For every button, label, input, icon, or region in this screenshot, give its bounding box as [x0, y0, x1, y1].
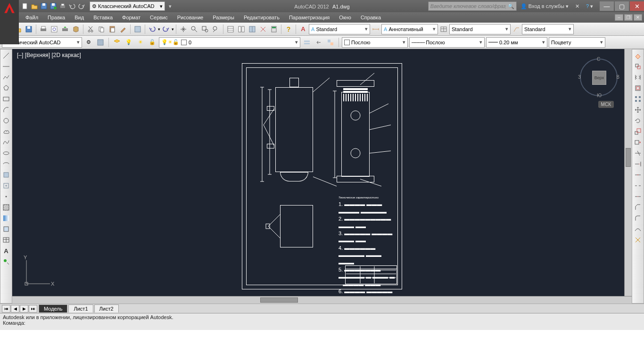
break-icon[interactable]: [633, 181, 643, 191]
layer-states-icon[interactable]: [302, 37, 312, 48]
erase-icon[interactable]: [633, 50, 643, 61]
publish-icon[interactable]: [60, 24, 70, 34]
array-icon[interactable]: [633, 94, 643, 104]
zoom-window-icon[interactable]: [200, 24, 210, 34]
layer-freeze-icon[interactable]: ☀: [135, 37, 146, 48]
scale-icon[interactable]: [633, 126, 643, 137]
layer-match-icon[interactable]: [325, 37, 336, 48]
ellipse-arc-icon[interactable]: [1, 159, 11, 169]
vertical-scrollbar[interactable]: [624, 49, 632, 296]
block-editor-icon[interactable]: [132, 24, 143, 34]
text-style-combo[interactable]: A Standard▾: [309, 24, 370, 34]
viewport-controls[interactable]: [–] [Верхняя] [2D каркас]: [17, 52, 81, 58]
3dprint-icon[interactable]: [71, 24, 81, 34]
line-icon[interactable]: [1, 50, 11, 61]
mdi-minimize-button[interactable]: –: [615, 14, 623, 21]
workspace-save-icon[interactable]: [95, 37, 106, 48]
qat-open-icon[interactable]: [30, 2, 39, 10]
extend-icon[interactable]: [633, 159, 643, 169]
menu-window[interactable]: Окно: [334, 12, 356, 23]
menu-file[interactable]: Файл: [21, 12, 43, 23]
layer-properties-icon[interactable]: <:path d="M2 9l6 3 6-3" fill="none" stro…: [112, 37, 122, 48]
arc-icon[interactable]: [1, 105, 11, 115]
stretch-icon[interactable]: [633, 137, 643, 148]
match-prop-icon[interactable]: [118, 24, 128, 34]
ellipse-icon[interactable]: [1, 148, 11, 158]
viewcube[interactable]: Верх С Ю В З: [580, 58, 618, 96]
exchange-button[interactable]: ✕: [573, 1, 581, 11]
dim-style-icon[interactable]: [371, 24, 381, 34]
qat-undo-icon[interactable]: [68, 2, 76, 10]
tab-model[interactable]: Модель: [39, 304, 67, 313]
rectangle-icon[interactable]: [1, 94, 11, 104]
mdi-restore-button[interactable]: ❐: [624, 14, 633, 21]
command-line[interactable]: Autodesk или в приложении, лицензированн…: [0, 313, 644, 330]
menu-format[interactable]: Формат: [117, 12, 145, 23]
app-menu-button[interactable]: [0, 0, 19, 44]
add-selected-icon[interactable]: [1, 256, 11, 267]
viewcube-face[interactable]: Верх: [592, 71, 606, 85]
tab-last-button[interactable]: ⏭: [29, 305, 37, 313]
layer-lock-icon[interactable]: 🔓: [147, 37, 157, 48]
maximize-button[interactable]: ▢: [615, 1, 629, 11]
sheet-set-icon[interactable]: [236, 24, 247, 34]
help-icon[interactable]: ?: [283, 24, 294, 34]
qat-save-icon[interactable]: [40, 2, 48, 10]
qat-print-icon[interactable]: [58, 2, 67, 10]
horizontal-scrollbar[interactable]: [12, 296, 632, 304]
break-at-point-icon[interactable]: [633, 170, 643, 180]
spline-icon[interactable]: [1, 137, 11, 148]
properties-icon[interactable]: [225, 24, 236, 34]
qat-redo-icon[interactable]: [77, 2, 86, 10]
menu-insert[interactable]: Вставка: [89, 12, 117, 23]
point-icon[interactable]: [1, 191, 11, 202]
help-button[interactable]: ?▾: [584, 1, 595, 11]
circle-icon[interactable]: [1, 115, 11, 126]
redo-dropdown[interactable]: ▾: [172, 27, 174, 32]
blend-icon[interactable]: [633, 224, 643, 234]
qat-dropdown-icon[interactable]: ▾: [166, 2, 174, 10]
explode-icon[interactable]: [633, 235, 643, 245]
infocenter-search[interactable]: 🔍: [428, 1, 517, 11]
layer-combo[interactable]: 💡☀🔓 0▾: [159, 37, 300, 48]
workspace-settings-icon[interactable]: ⚙: [83, 37, 94, 48]
menu-edit[interactable]: Правка: [43, 12, 70, 23]
tab-next-button[interactable]: ▶: [20, 305, 28, 313]
qat-saveas-icon[interactable]: [49, 2, 58, 10]
menu-parametric[interactable]: Параметризация: [284, 12, 334, 23]
rotate-icon[interactable]: [633, 115, 643, 126]
chamfer-icon[interactable]: [633, 202, 643, 213]
menu-view[interactable]: Вид: [70, 12, 89, 23]
menu-dimension[interactable]: Размеры: [208, 12, 239, 23]
search-input[interactable]: [430, 3, 506, 9]
offset-icon[interactable]: [633, 83, 643, 93]
polyline-icon[interactable]: [1, 72, 11, 82]
mdi-close-button[interactable]: ✕: [634, 14, 642, 21]
signin-button[interactable]: 👤 Вход в службы ▾: [519, 1, 570, 11]
tab-first-button[interactable]: ⏮: [2, 305, 10, 313]
text-style-icon[interactable]: A: [298, 24, 308, 34]
fillet-icon[interactable]: [633, 213, 643, 223]
tab-layout2[interactable]: Лист2: [94, 304, 119, 313]
cut-icon[interactable]: [85, 24, 96, 34]
undo-dropdown[interactable]: ▾: [158, 27, 160, 32]
revcloud-icon[interactable]: [1, 126, 11, 137]
copy-icon[interactable]: [96, 24, 107, 34]
layer-on-icon[interactable]: 💡: [124, 37, 134, 48]
layer-previous-icon[interactable]: [314, 37, 324, 48]
search-icon[interactable]: 🔍: [508, 3, 514, 9]
mtext-icon[interactable]: A: [1, 246, 11, 256]
join-icon[interactable]: [633, 191, 643, 202]
trim-icon[interactable]: [633, 148, 643, 158]
redo-icon[interactable]: [161, 24, 171, 34]
menu-help[interactable]: Справка: [356, 12, 386, 23]
zoom-previous-icon[interactable]: [211, 24, 221, 34]
workspace-selector[interactable]: ⚙ Классический AutoCAD ▾: [90, 1, 165, 11]
minimize-button[interactable]: —: [600, 1, 614, 11]
plotstyle-combo[interactable]: Поцвету▾: [549, 37, 605, 48]
menu-draw[interactable]: Рисование: [173, 12, 208, 23]
insert-block-icon[interactable]: [1, 170, 11, 180]
tool-palette-icon[interactable]: [247, 24, 257, 34]
color-combo[interactable]: Послою▾: [342, 37, 408, 48]
menu-tools[interactable]: Сервис: [145, 12, 173, 23]
